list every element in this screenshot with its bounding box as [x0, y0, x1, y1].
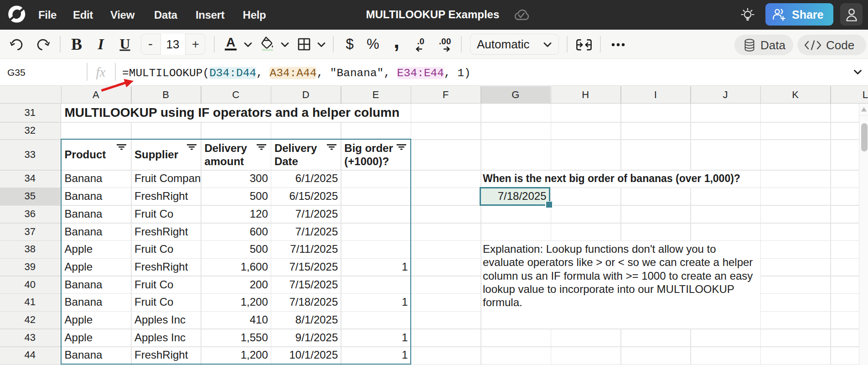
svg-text:A: A — [226, 36, 235, 49]
svg-text:.0: .0 — [417, 36, 424, 46]
svg-text:.00: .00 — [439, 36, 451, 46]
